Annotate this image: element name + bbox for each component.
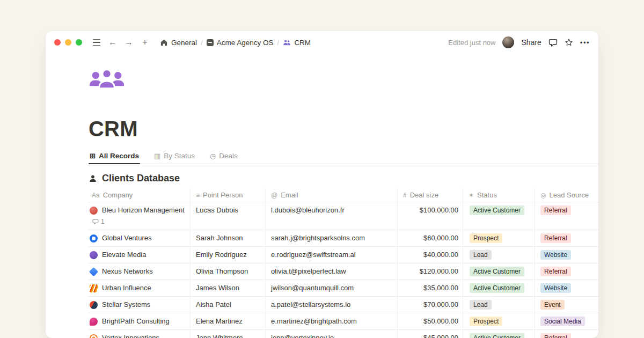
point-person-cell[interactable]: Sarah Johnson (191, 230, 266, 246)
company-cell[interactable]: Bleu Horizon Management1 (89, 202, 191, 230)
lead-source-cell[interactable]: Website (535, 247, 598, 263)
column-header-company[interactable]: Aa Company (89, 188, 191, 202)
column-header-lead-source[interactable]: ◎ Lead Source (535, 188, 598, 202)
lead-source-cell[interactable]: Event (535, 297, 598, 313)
favorite-star-icon[interactable] (565, 38, 573, 47)
table-row[interactable]: Nexus NetworksOlivia Thompsonolivia.t@pi… (89, 263, 598, 280)
company-cell[interactable]: BrightPath Consulting (89, 313, 191, 329)
point-person-cell[interactable]: Elena Martinez (191, 313, 266, 329)
email-cell[interactable]: l.dubois@bleuhorizon.fr (266, 202, 398, 230)
email-cell[interactable]: e.rodriguez@swiftstream.ai (266, 247, 398, 263)
column-header-status[interactable]: ✶ Status (463, 188, 535, 202)
deal-size-cell[interactable]: $120,000.00 (398, 263, 463, 280)
zoom-window-button[interactable] (76, 39, 82, 46)
table-row[interactable]: Vertex InnovationsJenn Whitmorejenn@vert… (89, 330, 598, 338)
close-window-button[interactable] (54, 39, 61, 46)
lead-source-cell[interactable]: Social Media (535, 313, 598, 329)
column-label: Email (281, 191, 298, 199)
person-icon (89, 174, 97, 183)
table-row[interactable]: BrightPath ConsultingElena Martineze.mar… (89, 313, 598, 330)
crm-table: Aa Company ≡ Point Person @ Email # Deal… (89, 188, 598, 338)
lead-source-cell[interactable]: Referral (535, 263, 598, 280)
breadcrumb-item-workspace[interactable]: Acme Agency OS (204, 38, 276, 48)
table-row[interactable]: Bleu Horizon Management1Lucas Duboisl.du… (89, 202, 598, 230)
breadcrumb-item-crm[interactable]: CRM (280, 38, 313, 48)
lead-source-badge: Website (540, 250, 571, 260)
tab-by-status[interactable]: ▥ By Status (153, 150, 196, 164)
column-header-email[interactable]: @ Email (266, 188, 398, 202)
select-property-icon: ◎ (540, 192, 546, 199)
lead-source-badge: Referral (540, 205, 571, 215)
breadcrumb-separator: / (276, 39, 281, 47)
deal-size-cell[interactable]: $35,000.00 (398, 280, 463, 296)
number-property-icon: # (403, 192, 407, 199)
company-cell[interactable]: Stellar Systems (89, 297, 191, 313)
back-icon[interactable]: ← (106, 35, 120, 49)
table-row[interactable]: Urban InfluenceJames Wilsonjwilson@quant… (89, 280, 598, 297)
minimize-window-button[interactable] (65, 39, 71, 46)
status-cell[interactable]: Active Customer (463, 280, 535, 296)
company-cell[interactable]: Nexus Networks (89, 263, 191, 280)
forward-icon[interactable]: → (122, 35, 136, 49)
point-person-cell[interactable]: Emily Rodriguez (191, 247, 266, 263)
lead-source-cell[interactable]: Referral (535, 330, 598, 338)
company-cell[interactable]: Vertex Innovations (89, 330, 191, 338)
lead-source-cell[interactable]: Referral (535, 230, 598, 246)
company-logo-icon (90, 301, 98, 309)
email-cell[interactable]: e.martinez@brightpath.com (266, 313, 398, 329)
tab-all-records[interactable]: ⊞ All Records (89, 150, 140, 164)
table-row[interactable]: Global VenturesSarah Johnsonsarah.j@brig… (89, 230, 598, 247)
status-cell[interactable]: Lead (463, 297, 535, 313)
deal-size-cell[interactable]: $45,000.00 (398, 330, 463, 338)
column-label: Status (477, 191, 497, 199)
email-cell[interactable]: jwilson@quantumquill.com (266, 280, 398, 296)
sidebar-toggle-icon[interactable] (90, 35, 104, 49)
email-cell[interactable]: olivia.t@pixelperfect.law (266, 263, 398, 280)
lead-source-cell[interactable]: Referral (535, 202, 598, 230)
deal-size-cell[interactable]: $60,000.00 (398, 230, 463, 246)
status-cell[interactable]: Prospect (463, 313, 535, 329)
table-row[interactable]: Elevate MediaEmily Rodrigueze.rodriguez@… (89, 247, 598, 263)
deal-size-cell[interactable]: $70,000.00 (398, 297, 463, 313)
point-person-cell[interactable]: Aisha Patel (191, 297, 266, 313)
point-person-cell[interactable]: Jenn Whitmore (191, 330, 266, 338)
company-cell[interactable]: Elevate Media (89, 247, 191, 263)
more-options-icon[interactable]: ••• (580, 39, 590, 47)
status-cell[interactable]: Active Customer (463, 263, 535, 280)
comment-indicator: 1 (90, 217, 186, 226)
avatar[interactable] (502, 36, 514, 48)
point-person-cell[interactable]: Lucas Dubois (191, 202, 266, 230)
lead-source-cell[interactable]: Website (535, 280, 598, 296)
email-cell[interactable]: a.patel@stellarsystems.io (266, 297, 398, 313)
point-person-cell[interactable]: James Wilson (191, 280, 266, 296)
topbar-actions: Edited just now Share ••• (448, 36, 590, 48)
column-header-deal-size[interactable]: # Deal size (398, 188, 463, 202)
company-name: Stellar Systems (102, 300, 150, 310)
table-row[interactable]: Stellar SystemsAisha Patela.patel@stella… (89, 297, 598, 313)
deal-size-cell[interactable]: $40,000.00 (398, 247, 463, 263)
company-cell[interactable]: Global Ventures (89, 230, 191, 246)
column-header-point-person[interactable]: ≡ Point Person (191, 188, 266, 202)
deal-size-cell[interactable]: $100,000.00 (398, 202, 463, 230)
window-controls (54, 39, 82, 46)
email-cell[interactable]: sarah.j@brightsparksolns.com (266, 230, 398, 246)
company-logo-icon (90, 318, 98, 326)
comments-icon[interactable] (548, 38, 558, 47)
status-cell[interactable]: Prospect (463, 230, 535, 246)
new-page-icon[interactable]: + (138, 35, 152, 49)
status-cell[interactable]: Lead (463, 247, 535, 263)
status-cell[interactable]: Active Customer (463, 202, 535, 230)
company-cell[interactable]: Urban Influence (89, 280, 191, 296)
point-person-cell[interactable]: Olivia Thompson (191, 263, 266, 280)
breadcrumb-item-general[interactable]: General (157, 38, 200, 48)
people-page-icon[interactable] (89, 68, 125, 92)
lead-source-badge: Website (540, 283, 571, 293)
deal-size-cell[interactable]: $50,000.00 (398, 313, 463, 329)
company-title: Bleu Horizon Management (90, 205, 186, 215)
column-label: Company (103, 191, 133, 199)
tab-deals[interactable]: ◷ Deals (209, 150, 239, 164)
status-cell[interactable]: Active Customer (463, 330, 535, 338)
share-button[interactable]: Share (521, 38, 541, 47)
email-cell[interactable]: jenn@vertexinnov.io (266, 330, 398, 338)
company-name: BrightPath Consulting (102, 317, 170, 326)
